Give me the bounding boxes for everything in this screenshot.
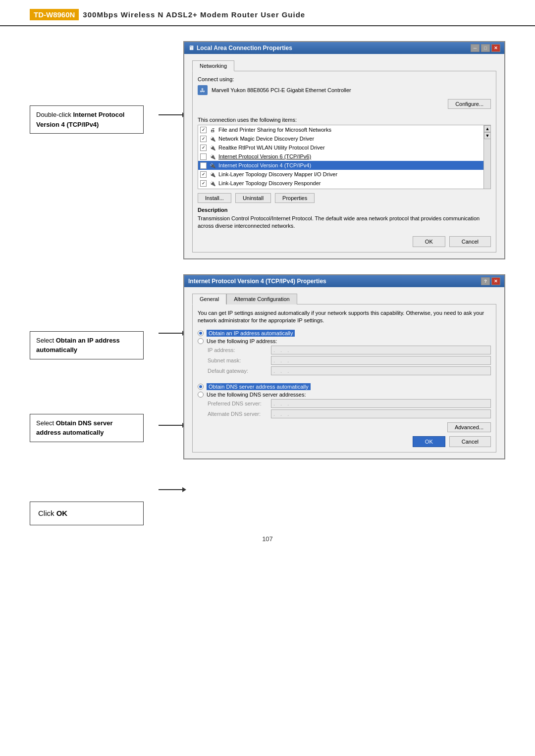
radio-use-dns-label: Use the following DNS server addresses: [207, 392, 306, 398]
subnet-mask-row: Subnet mask: . . . [208, 356, 491, 365]
close-button[interactable]: ✕ [491, 44, 500, 52]
dialog2-titlebar: Internet Protocol Version 4 (TCP/IPv4) P… [184, 275, 504, 287]
brand-label: TD-W8960N [30, 9, 79, 20]
ip-address-row: IP address: . . . [208, 346, 491, 354]
annotation-obtain-dns: Select Obtain DNS server address automat… [30, 414, 144, 442]
tab-alternate-config[interactable]: Alternate Configuration [226, 294, 297, 304]
radio-use-ip-label: Use the following IP address: [207, 338, 277, 344]
checkbox-1[interactable] [200, 127, 207, 133]
default-gateway-input[interactable]: . . . [271, 366, 491, 375]
items-scrollbar[interactable]: ▲ ▼ [483, 125, 490, 189]
dialog1-titlebar: 🖥 Local Area Connection Properties ─ □ ✕ [184, 42, 504, 54]
preferred-dns-input[interactable]: . . . [271, 399, 491, 408]
checkbox-7[interactable] [200, 180, 207, 187]
dialog2-title: Internet Protocol Version 4 (TCP/IPv4) P… [188, 278, 326, 285]
subnet-mask-label: Subnet mask: [208, 357, 267, 363]
item-icon-2: 🔌 [209, 135, 216, 142]
radio-obtain-dns-label: Obtain DNS server address automatically [207, 383, 311, 390]
list-item-1[interactable]: 🖨 File and Printer Sharing for Microsoft… [198, 125, 490, 134]
checkbox-2[interactable] [200, 136, 207, 142]
dialog2-cancel-button[interactable]: Cancel [449, 436, 491, 447]
list-item-4[interactable]: 🔌 Internet Protocol Version 6 (TCP/IPv6) [198, 152, 490, 161]
preferred-dns-label: Preferred DNS server: [208, 401, 267, 406]
radio-obtain-ip-label: Obtain an IP address automatically [207, 330, 295, 337]
dialog1-icon: 🖥 [188, 45, 194, 51]
list-item-6[interactable]: 🔌 Link-Layer Topology Discovery Mapper I… [198, 170, 490, 179]
header-title: 300Mbps Wireless N ADSL2+ Modem Router U… [83, 10, 305, 19]
alternate-dns-input[interactable]: . . . [271, 409, 491, 418]
description-text: Transmission Control Protocol/Internet P… [198, 215, 491, 230]
items-label: This connection uses the following items… [198, 117, 491, 123]
page-number: 107 [30, 525, 505, 553]
alternate-dns-label: Alternate DNS server: [208, 411, 267, 417]
connect-using-label: Connect using: [198, 76, 491, 82]
maximize-button[interactable]: □ [481, 44, 490, 52]
install-button[interactable]: Install... [198, 193, 231, 203]
checkbox-5[interactable] [200, 162, 207, 169]
alternate-dns-row: Alternate DNS server: . . . [208, 409, 491, 418]
annotation-click-ok: Click OK [30, 502, 144, 526]
scroll-down-arrow[interactable]: ▼ [484, 132, 491, 139]
radio-obtain-ip-row[interactable]: Obtain an IP address automatically [198, 330, 491, 337]
annotation-doubleclick: Double-click Internet Protocol Version 4… [30, 105, 144, 134]
minimize-button[interactable]: ─ [471, 44, 480, 52]
dialog2-ok-button[interactable]: OK [413, 436, 445, 447]
tab-networking[interactable]: Networking [192, 60, 234, 71]
radio-obtain-dns[interactable] [198, 384, 204, 390]
preferred-dns-row: Preferred DNS server: . . . [208, 399, 491, 408]
radio-use-ip-row[interactable]: Use the following IP address: [198, 338, 491, 344]
adapter-icon: 🖧 [198, 85, 208, 95]
radio-obtain-dns-row[interactable]: Obtain DNS server address automatically [198, 383, 491, 390]
item-icon-3: 🔌 [209, 144, 216, 151]
default-gateway-row: Default gateway: . . . [208, 366, 491, 375]
checkbox-3[interactable] [200, 145, 207, 151]
ip-address-input[interactable]: . . . [271, 346, 491, 354]
list-item-7[interactable]: 🔌 Link-Layer Topology Discovery Responde… [198, 179, 490, 188]
scroll-up-arrow[interactable]: ▲ [484, 125, 491, 132]
tab-general[interactable]: General [192, 294, 226, 304]
subnet-mask-input[interactable]: . . . [271, 356, 491, 365]
list-item-5[interactable]: 🔌 Internet Protocol Version 4 (TCP/IPv4) [198, 161, 490, 170]
annotation-obtain-ip: Select Obtain an IP address automaticall… [30, 331, 144, 359]
dialog2-info-text: You can get IP settings assigned automat… [198, 309, 491, 325]
page-header: TD-W8960N 300Mbps Wireless N ADSL2+ Mode… [0, 0, 535, 26]
dialog2-close-button[interactable]: ✕ [491, 277, 500, 285]
default-gateway-label: Default gateway: [208, 368, 267, 374]
dialog2-help-button[interactable]: ? [481, 277, 490, 285]
checkbox-6[interactable] [200, 171, 207, 178]
radio-use-dns-row[interactable]: Use the following DNS server addresses: [198, 392, 491, 398]
item-icon-1: 🖨 [209, 126, 216, 133]
dialog1-title: Local Area Connection Properties [197, 45, 292, 51]
ip-address-label: IP address: [208, 347, 267, 353]
items-list[interactable]: 🖨 File and Printer Sharing for Microsoft… [198, 125, 491, 189]
item-icon-4: 🔌 [209, 153, 216, 160]
item-icon-7: 🔌 [209, 180, 216, 187]
tcpipv4-properties-dialog: Internet Protocol Version 4 (TCP/IPv4) P… [183, 274, 505, 459]
advanced-button[interactable]: Advanced... [447, 422, 491, 432]
dialog1-ok-button[interactable]: OK [413, 236, 445, 247]
item-icon-5: 🔌 [209, 162, 216, 169]
item-icon-6: 🔌 [209, 171, 216, 178]
description-label: Description [198, 207, 491, 213]
properties-button[interactable]: Properties [275, 193, 315, 203]
page-content: Double-click Internet Protocol Version 4… [0, 41, 535, 553]
checkbox-4[interactable] [200, 153, 207, 160]
list-item-2[interactable]: 🔌 Network Magic Device Discovery Driver [198, 134, 490, 143]
uninstall-button[interactable]: Uninstall [235, 193, 271, 203]
radio-use-dns[interactable] [198, 392, 204, 398]
adapter-name: Marvell Yukon 88E8056 PCI-E Gigabit Ethe… [212, 87, 351, 93]
local-area-connection-dialog: 🖥 Local Area Connection Properties ─ □ ✕… [183, 41, 505, 259]
dialog1-cancel-button[interactable]: Cancel [449, 236, 491, 247]
radio-obtain-ip[interactable] [198, 330, 204, 336]
configure-button[interactable]: Configure... [448, 99, 491, 109]
radio-use-ip[interactable] [198, 338, 204, 344]
list-item-3[interactable]: 🔌 Realtke RtlProt WLAN Utility Protocol … [198, 143, 490, 152]
